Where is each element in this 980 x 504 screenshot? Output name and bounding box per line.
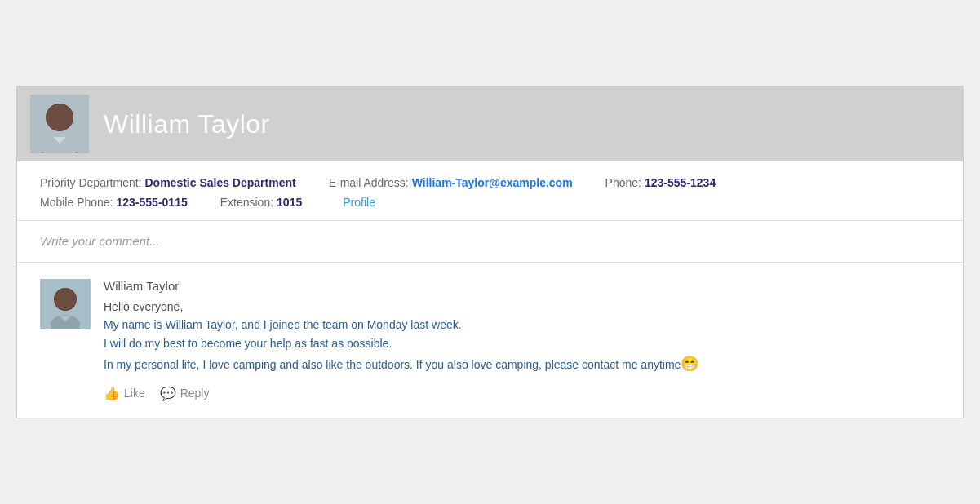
like-icon: 👍 (104, 386, 120, 401)
post-content: William Taylor Hello everyone, My name i… (104, 279, 940, 401)
svg-point-8 (55, 289, 76, 310)
comment-placeholder[interactable]: Write your comment... (40, 234, 160, 248)
profile-name: William Taylor (104, 109, 270, 139)
priority-dept-label: Priority Department: (40, 176, 141, 189)
phone-label: Phone: (605, 176, 641, 189)
post-actions: 👍 Like 💬 Reply (104, 386, 940, 401)
avatar (30, 95, 89, 153)
mobile-value: 123-555-0115 (117, 196, 188, 209)
post-line-3: I will do my best to become your help as… (104, 334, 940, 352)
info-bar: Priority Department: Domestic Sales Depa… (17, 161, 963, 221)
mobile-label: Mobile Phone: (40, 196, 113, 209)
profile-header: William Taylor (17, 86, 963, 161)
email-value: William-Taylor@example.com (412, 176, 573, 189)
info-row-1: Priority Department: Domestic Sales Depa… (40, 176, 940, 189)
email-label: E-mail Address: (329, 176, 409, 189)
phone-value: 123-555-1234 (645, 176, 716, 189)
post-author: William Taylor (104, 279, 940, 293)
post-line-1: Hello everyone, (104, 298, 940, 316)
post-line-4: In my personal life, I love camping and … (104, 352, 940, 376)
extension-value: 1015 (277, 196, 302, 209)
post-section: William Taylor Hello everyone, My name i… (17, 263, 963, 418)
profile-link[interactable]: Profile (343, 196, 375, 209)
priority-dept-value: Domestic Sales Department (144, 176, 295, 189)
emoji: 😁 (681, 356, 698, 372)
reply-button[interactable]: 💬 Reply (160, 386, 210, 401)
extension-label: Extension: (220, 196, 273, 209)
reply-icon: 💬 (160, 386, 176, 401)
svg-point-3 (47, 104, 73, 130)
post-item: William Taylor Hello everyone, My name i… (40, 279, 940, 401)
comment-input-area[interactable]: Write your comment... (17, 221, 963, 263)
profile-card: William Taylor Priority Department: Dome… (16, 86, 964, 418)
info-row-2: Mobile Phone: 123-555-0115 Extension: 10… (40, 196, 940, 209)
post-line-2: My name is William Taylor, and I joined … (104, 316, 940, 334)
reply-label: Reply (180, 387, 210, 400)
post-text: Hello everyone, My name is William Taylo… (104, 298, 940, 376)
like-label: Like (124, 387, 145, 400)
like-button[interactable]: 👍 Like (104, 386, 145, 401)
post-avatar (40, 279, 91, 329)
